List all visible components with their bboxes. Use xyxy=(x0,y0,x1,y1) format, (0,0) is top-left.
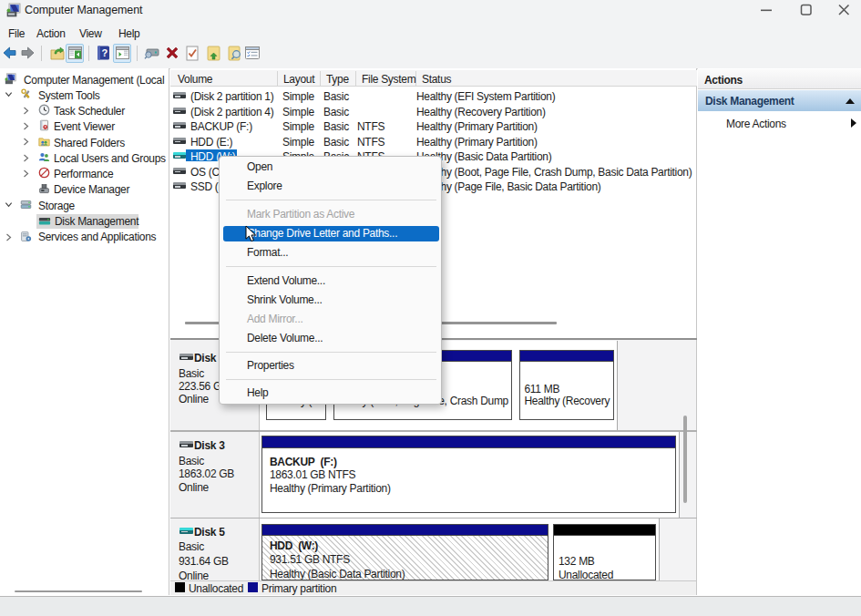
svg-text:?: ? xyxy=(101,47,108,58)
